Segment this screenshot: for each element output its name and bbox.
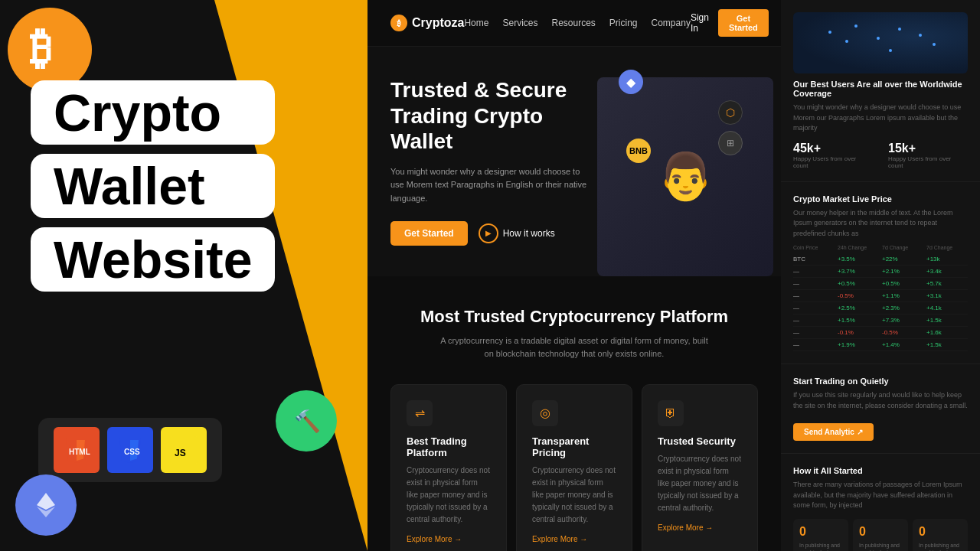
svg-text:HTML: HTML [69,448,90,456]
how-it-works-label: How it works [503,228,555,239]
price-coin-6: — [793,329,835,336]
price-coin-0: BTC [793,256,835,262]
feature-icon-1: ◎ [532,400,558,426]
price-h7b-6: +1.6k [926,329,968,336]
price-h7b-5: +1.5k [926,317,968,324]
trading-btn[interactable]: Send Analytic ↗ [793,423,874,441]
ethereum-icon [15,474,77,536]
step-card-1: 0 In publishing and graphic design, Lore… [853,519,908,552]
js-badge: JS [161,427,207,473]
website-preview: ₿ Cryptoza Home Services Resources Prici… [368,0,781,551]
logo-text: Cryptoza [412,16,464,30]
price-h7a-2: +0.5% [882,280,923,287]
stat-users: 45k+ Happy Users from over count [793,142,873,169]
stat-label-0: Happy Users from over count [793,155,873,169]
feature-card-1: ◎ Transparent Pricing Cryptocurrency doe… [516,384,632,551]
nav-links: Home Services Resources Pricing Company [464,18,690,28]
logo-icon: ₿ [390,15,407,31]
get-started-nav-btn[interactable]: Get Started [718,9,769,37]
features-section: Most Trusted Cryptocurrency Platform A c… [368,276,781,551]
price-coin-7: — [793,341,835,348]
stat-num-1: 15k+ [888,142,968,155]
feature-card-0: ⇌ Best Trading Platform Cryptocurrency d… [390,384,507,551]
trading-text: If you use this site regularly and would… [793,390,968,411]
price-h7b-2: +5.7k [926,280,968,287]
price-h24-2: +0.5% [838,280,879,287]
nav-company[interactable]: Company [652,18,691,28]
sidebar-coverage-title: Our Best Users Are all over the Worldwid… [793,80,968,98]
hammer-icon: 🔨 [276,390,337,452]
svg-text:CSS: CSS [124,448,140,456]
nav-services[interactable]: Services [502,18,537,28]
left-panel: ₿ Crypto Wallet Website HTML CSS [0,0,368,551]
price-h7b-0: +13k [926,256,968,262]
svg-marker-9 [37,493,55,510]
price-row-1: — +3.7% +2.1% +3.4k [793,266,968,278]
play-icon: ▶ [479,223,498,243]
svg-text:JS: JS [175,448,186,458]
price-h7b-1: +3.4k [926,268,968,275]
sidebar-market-panel: Crypto Market Live Price Our money helpe… [781,182,980,365]
price-h24-6: -0.1% [838,329,879,336]
price-h7a-1: +2.1% [882,268,923,275]
float-btc-icon: ⬡ [718,100,743,125]
how-text: There are many variations of passages of… [793,480,968,511]
price-th-3: 7d Change [926,245,968,250]
title-wallet: Wallet [54,157,205,215]
feature-title-1: Transparent Pricing [532,435,616,458]
hero-left: Trusted & Secure Trading Crypto Wallet Y… [390,77,758,246]
price-h7b-7: +1.5k [926,341,968,348]
navbar: ₿ Cryptoza Home Services Resources Prici… [368,0,781,47]
nav-home[interactable]: Home [464,18,488,28]
sidebar-trading-panel: Start Trading on Quietly If you use this… [781,364,980,454]
step-text-1: In publishing and graphic design, Lorem … [859,542,902,552]
market-title: Crypto Market Live Price [793,194,968,204]
explore-link-0[interactable]: Explore More → [407,535,491,543]
market-text: Our money helper in the middle of text. … [793,208,968,240]
price-h24-1: +3.7% [838,268,879,275]
step-num-2: 0 [919,525,962,539]
html-badge: HTML [54,427,100,473]
step-text-0: In publishing and graphic design, Lorem … [799,542,842,552]
feature-text-2: Cryptocurrency does not exist in physica… [658,453,742,514]
title-card-wallet: Wallet [31,154,275,218]
explore-link-2[interactable]: Explore More → [658,523,742,532]
how-it-works-btn[interactable]: ▶ How it works [479,223,555,243]
section-desc: A cryptocurrency is a tradable digital a… [436,334,712,361]
price-row-5: — +1.5% +7.3% +1.5k [793,315,968,327]
step-text-2: In publishing and graphic design, Lorem … [919,542,962,552]
explore-link-1[interactable]: Explore More → [532,535,616,543]
price-th-1: 24h Change [838,245,879,250]
step-card-2: 0 In publishing and graphic design, Lore… [913,519,968,552]
feature-text-1: Cryptocurrency does not exist in physica… [532,465,616,526]
price-row-2: — +0.5% +0.5% +5.7k [793,278,968,290]
price-h24-0: +3.5% [838,256,879,262]
feature-icon-2: ⛨ [658,400,684,426]
price-h7a-0: +22% [882,256,923,262]
sidebar-coverage-text: You might wonder why a designer would ch… [793,103,968,134]
svg-text:₿: ₿ [30,24,52,73]
price-h7b-3: +3.1k [926,292,968,299]
hero-section: Trusted & Secure Trading Crypto Wallet Y… [368,47,781,276]
price-row-3: — -0.5% +1.1% +3.1k [793,290,968,302]
price-row-7: — +1.9% +1.4% +1.5k [793,339,968,351]
right-sidebar: Our Best Users Are all over the Worldwid… [781,0,980,551]
trading-title: Start Trading on Quietly [793,377,968,386]
title-crypto: Crypto [54,83,221,142]
float-grid-icon: ⊞ [718,131,743,155]
css-badge: CSS [107,427,153,473]
nav-resources[interactable]: Resources [551,18,595,28]
hero-cta-btn[interactable]: Get Started [390,221,468,246]
price-h24-3: -0.5% [838,292,879,299]
price-coin-2: — [793,280,835,287]
price-h24-7: +1.9% [838,341,879,348]
signin-link[interactable]: Sign In [691,12,709,34]
how-title: How it All Started [793,466,968,475]
nav-logo: ₿ Cryptoza [390,15,464,31]
price-th-2: 7d Change [882,245,923,250]
step-cards: 0 In publishing and graphic design, Lore… [793,519,968,552]
step-num-1: 0 [859,525,902,539]
tech-badges: HTML CSS JS [38,418,222,482]
nav-pricing[interactable]: Pricing [609,18,638,28]
price-h7a-7: +1.4% [882,341,923,348]
